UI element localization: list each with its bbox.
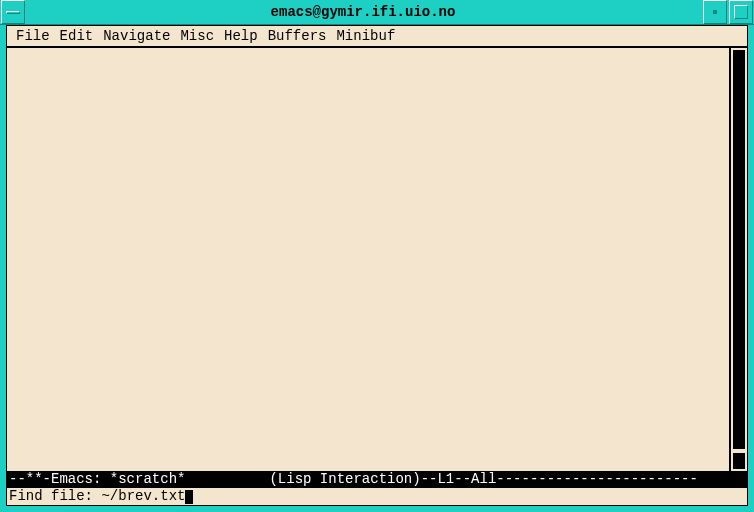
menu-minibuf[interactable]: Minibuf	[331, 26, 400, 46]
scrollbar-thumb[interactable]	[733, 50, 745, 449]
menubar: File Edit Navigate Misc Help Buffers Min…	[7, 26, 747, 48]
window-title: emacs@gymir.ifi.uio.no	[25, 4, 701, 20]
minibuffer-prompt: Find file:	[9, 488, 101, 505]
maximize-button[interactable]	[729, 0, 753, 24]
minimize-button[interactable]	[703, 0, 727, 24]
minibuffer[interactable]: Find file: ~/brev.txt	[7, 488, 747, 505]
mode-line: --**-Emacs: *scratch* (Lisp Interaction)…	[7, 471, 747, 488]
emacs-frame: File Edit Navigate Misc Help Buffers Min…	[6, 25, 748, 506]
menu-buffers[interactable]: Buffers	[263, 26, 332, 46]
menu-edit[interactable]: Edit	[55, 26, 99, 46]
window-titlebar: emacs@gymir.ifi.uio.no	[0, 0, 754, 25]
menu-misc[interactable]: Misc	[175, 26, 219, 46]
menu-help[interactable]: Help	[219, 26, 263, 46]
scrollbar-down-button[interactable]	[733, 453, 745, 469]
text-cursor	[185, 490, 193, 504]
menu-navigate[interactable]: Navigate	[98, 26, 175, 46]
editor-area	[7, 48, 747, 471]
window-menu-button[interactable]	[1, 0, 25, 24]
buffer-text-area[interactable]	[7, 48, 729, 471]
scrollbar[interactable]	[729, 48, 747, 471]
menu-file[interactable]: File	[11, 26, 55, 46]
minibuffer-input: ~/brev.txt	[101, 488, 185, 505]
